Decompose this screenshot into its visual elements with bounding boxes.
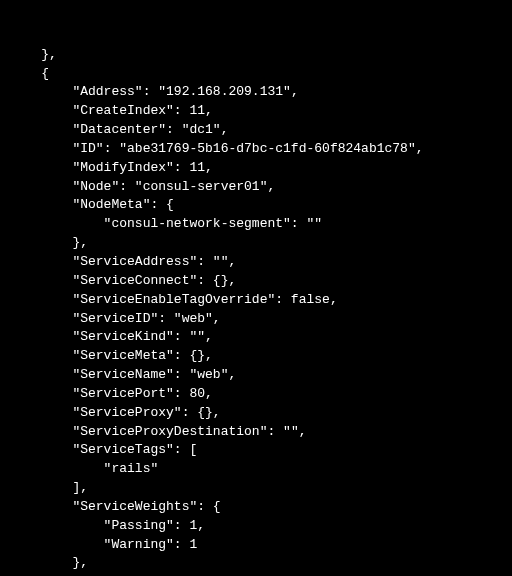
key-node: Node (80, 179, 111, 194)
val-servicename: web (197, 367, 220, 382)
key-createindex: CreateIndex (80, 103, 166, 118)
val-createindex: 11 (189, 103, 205, 118)
val-servicetags-0: rails (111, 461, 150, 476)
key-address: Address (80, 84, 135, 99)
key-serviceweights: ServiceWeights (80, 499, 189, 514)
key-serviceconnect: ServiceConnect (80, 273, 189, 288)
val-serviceid: web (182, 311, 205, 326)
val-modifyindex: 11 (189, 160, 205, 175)
val-passing: 1 (189, 518, 197, 533)
key-serviceproxydestination: ServiceProxyDestination (80, 424, 259, 439)
key-passing: Passing (111, 518, 166, 533)
key-consul-network-segment: consul-network-segment (111, 216, 283, 231)
val-warning: 1 (189, 537, 197, 552)
key-servicemeta: ServiceMeta (80, 348, 166, 363)
key-nodemeta: NodeMeta (80, 197, 142, 212)
val-address: 192.168.209.131 (166, 84, 283, 99)
key-warning: Warning (111, 537, 166, 552)
key-serviceproxy: ServiceProxy (80, 405, 174, 420)
key-servicetags: ServiceTags (80, 442, 166, 457)
key-serviceid: ServiceID (80, 311, 150, 326)
key-serviceenabletagoverride: ServiceEnableTagOverride (80, 292, 267, 307)
val-serviceport: 80 (189, 386, 205, 401)
key-serviceaddress: ServiceAddress (80, 254, 189, 269)
key-serviceport: ServicePort (80, 386, 166, 401)
val-serviceproxy: {} (197, 405, 213, 420)
key-servicename: ServiceName (80, 367, 166, 382)
key-id: ID (80, 141, 96, 156)
key-datacenter: Datacenter (80, 122, 158, 137)
val-serviceconnect: {} (213, 273, 229, 288)
val-node: consul-server01 (143, 179, 260, 194)
key-modifyindex: ModifyIndex (80, 160, 166, 175)
key-servicekind: ServiceKind (80, 329, 166, 344)
val-datacenter: dc1 (189, 122, 212, 137)
terminal-output: }, { "Address": "192.168.209.131", "Crea… (10, 46, 502, 576)
val-serviceenabletagoverride: false (291, 292, 330, 307)
val-servicemeta: {} (189, 348, 205, 363)
val-id: abe31769-5b16-d7bc-c1fd-60f824ab1c78 (127, 141, 408, 156)
